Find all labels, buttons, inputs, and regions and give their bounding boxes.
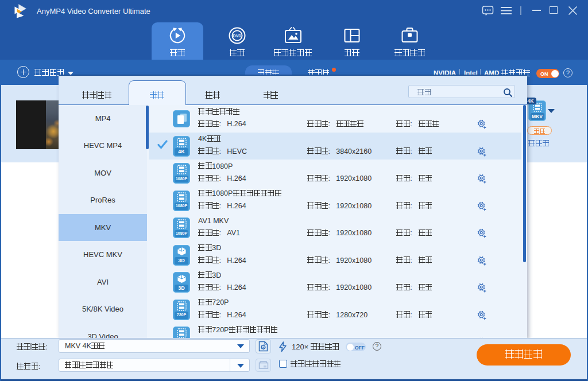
svg-text:DVD: DVD	[233, 34, 242, 38]
